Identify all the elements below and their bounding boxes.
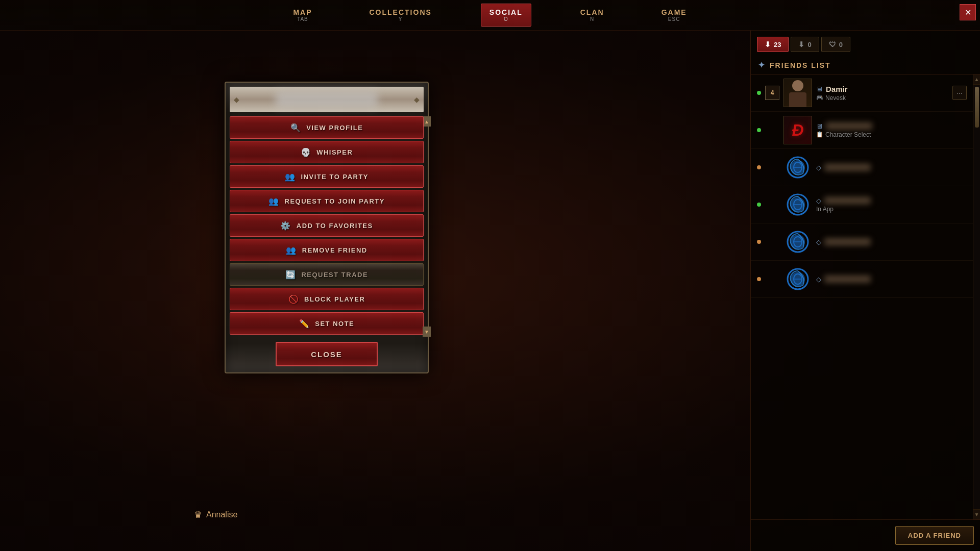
blizzard-logo-2 <box>787 193 809 216</box>
scroll-down-button[interactable]: ▼ <box>973 509 980 519</box>
friend-location-blizz2: In App <box>816 206 834 213</box>
window-close-button[interactable]: ✕ <box>960 4 976 20</box>
player-name-blurred <box>276 92 378 107</box>
friends-list-header: ✦ FRIENDS LIST <box>751 56 980 74</box>
right-panel-inner: 4 🖥 Damir 🎮 Ne <box>751 74 980 519</box>
friend-more-options-damir[interactable]: ··· <box>952 86 967 100</box>
friend-item-blizz2[interactable]: 0 ◇ ████████ <box>751 186 973 223</box>
clan-badge[interactable]: 🛡 0 <box>821 37 850 52</box>
nav-social-key: O <box>504 16 508 22</box>
invite-party-icon: 👥 <box>285 172 296 182</box>
nav-social-label: SOCIAL <box>489 8 523 16</box>
menu-scroll-container: ▲ 🔍 VIEW PROFILE 💀 WHISPER 👥 INVITE <box>230 116 424 337</box>
add-friend-label: ADD A FRIEND <box>908 532 961 539</box>
friend-name-damir: Damir <box>826 85 848 93</box>
scroll-up-indicator[interactable]: ▲ <box>423 116 431 127</box>
nav-collections-key: Y <box>399 16 403 22</box>
nav-map-key: TAB <box>297 16 308 22</box>
whisper-icon: 💀 <box>301 147 312 157</box>
friend-status-dot-damir <box>757 91 761 95</box>
add-friend-button[interactable]: ADD A FRIEND <box>895 526 974 545</box>
friend-name-blizz2-blurred: ████████ <box>824 197 871 204</box>
sub-icon-damir: 🎮 <box>816 94 823 101</box>
request-join-party-button[interactable]: 👥 REQUEST TO JOIN PARTY <box>230 190 424 212</box>
friend-name-d4-blurred: ████████ <box>826 122 872 130</box>
friend-avatar-d4: Ð <box>783 116 812 144</box>
friend-avatar-blizz4 <box>783 265 812 293</box>
friend-location-damir: Nevesk <box>825 94 846 102</box>
friend-item-damir[interactable]: 4 🖥 Damir 🎮 Ne <box>751 74 973 112</box>
platform-icon-blizz3: ◇ <box>816 238 821 246</box>
block-player-button[interactable]: 🚫 BLOCK PLAYER <box>230 288 424 310</box>
scroll-thumb <box>975 87 979 128</box>
nav-clan[interactable]: CLAN N <box>572 4 612 26</box>
modal-close-label: CLOSE <box>311 350 342 359</box>
modal-frame: ▲ 🔍 VIEW PROFILE 💀 WHISPER 👥 INVITE <box>225 82 429 373</box>
friend-avatar-blizz3 <box>783 228 812 256</box>
right-panel: ⬇ 23 ⬇ 0 🛡 0 ✦ FRIENDS LIST 4 <box>750 31 980 551</box>
block-player-icon: 🚫 <box>288 294 300 304</box>
online-friends-badge[interactable]: ⬇ 23 <box>757 37 789 52</box>
friend-name-blizz1-blurred: ████████ <box>824 164 871 171</box>
friend-info-damir: 🖥 Damir 🎮 Nevesk <box>816 85 948 102</box>
friend-item-d4[interactable]: 0 Ð 🖥 ████████ 📋 Character Select <box>751 112 973 149</box>
add-favorites-button[interactable]: ⚙️ ADD TO FAVORITES <box>230 214 424 237</box>
platform-icon-damir: 🖥 <box>816 85 823 93</box>
modal-header <box>230 87 424 112</box>
friend-status-dot-blizz2 <box>757 203 761 207</box>
friend-status-dot-d4 <box>757 128 761 132</box>
view-profile-button[interactable]: 🔍 VIEW PROFILE <box>230 116 424 139</box>
whisper-button[interactable]: 💀 WHISPER <box>230 141 424 163</box>
add-favorites-label: ADD TO FAVORITES <box>297 222 373 230</box>
platform-icon-d4: 🖥 <box>816 122 823 130</box>
pending-friends-badge[interactable]: ⬇ 0 <box>791 37 819 52</box>
friend-avatar-blizz2 <box>783 190 812 219</box>
friend-status-dot-blizz1 <box>757 165 761 169</box>
blizzard-logo-4 <box>787 268 809 290</box>
remove-friend-icon: 👥 <box>286 245 297 255</box>
nav-social[interactable]: SOCIAL O <box>481 4 531 27</box>
nav-map[interactable]: MAP TAB <box>285 4 320 26</box>
clan-count: 0 <box>839 41 843 48</box>
nav-game-key: ESC <box>668 16 680 22</box>
main-content: ▲ 🔍 VIEW PROFILE 💀 WHISPER 👥 INVITE <box>0 31 980 551</box>
remove-friend-button[interactable]: 👥 REMOVE FRIEND <box>230 239 424 261</box>
character-name-text: Annalise <box>206 510 237 519</box>
platform-icon-blizz4: ◇ <box>816 276 821 283</box>
request-trade-button[interactable]: 🔄 REQUEST TRADE <box>230 263 424 286</box>
remove-friend-label: REMOVE FRIEND <box>302 246 368 254</box>
person-avatar-shape <box>788 80 808 106</box>
friends-header-icon: ✦ <box>758 60 766 70</box>
friend-location-d4: Character Select <box>825 131 871 138</box>
nav-collections[interactable]: COLLECTIONS Y <box>361 4 440 26</box>
set-note-label: SET NOTE <box>315 320 354 328</box>
request-join-label: REQUEST TO JOIN PARTY <box>285 197 385 205</box>
invite-to-party-button[interactable]: 👥 INVITE TO PARTY <box>230 165 424 188</box>
set-note-icon: ✏️ <box>299 319 310 329</box>
friend-sub-d4: 📋 Character Select <box>816 131 967 138</box>
friends-badges-row: ⬇ 23 ⬇ 0 🛡 0 <box>751 31 980 56</box>
friends-list-scrollbar: ▲ ▼ <box>973 74 980 519</box>
scroll-down-indicator[interactable]: ▼ <box>423 327 431 337</box>
view-profile-label: VIEW PROFILE <box>306 124 363 132</box>
friend-avatar-damir <box>783 79 812 107</box>
modal-close-button[interactable]: CLOSE <box>276 342 378 366</box>
blizzard-logo-3 <box>787 231 809 253</box>
scroll-up-button[interactable]: ▲ <box>973 74 980 85</box>
friend-name-blizz3-blurred: ████████ <box>824 238 871 245</box>
top-navigation: MAP TAB COLLECTIONS Y SOCIAL O CLAN N GA… <box>0 0 980 31</box>
friends-badge-icon: ⬇ <box>765 40 771 48</box>
friend-item-blizz4[interactable]: 0 ◇ ████████ <box>751 261 973 298</box>
friend-item-blizz3[interactable]: 0 ◇ ████████ <box>751 223 973 261</box>
request-join-icon: 👥 <box>268 196 280 206</box>
add-favorites-icon: ⚙️ <box>280 221 291 231</box>
friend-item-blizz1[interactable]: 0 ◇ ████████ <box>751 149 973 186</box>
invite-party-label: INVITE TO PARTY <box>301 173 369 181</box>
friend-level-damir: 4 <box>765 86 779 100</box>
nav-game[interactable]: GAME ESC <box>653 4 695 26</box>
set-note-button[interactable]: ✏️ SET NOTE <box>230 312 424 335</box>
menu-buttons-area: 🔍 VIEW PROFILE 💀 WHISPER 👥 INVITE TO PAR… <box>230 116 424 337</box>
whisper-label: WHISPER <box>316 148 353 156</box>
friend-info-d4: 🖥 ████████ 📋 Character Select <box>816 122 967 138</box>
nav-map-label: MAP <box>293 8 312 16</box>
